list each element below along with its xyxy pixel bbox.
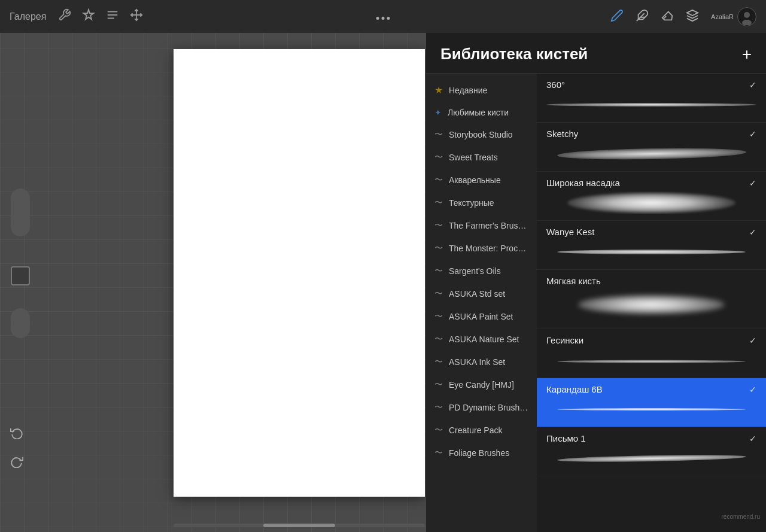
watermark: recommend.ru: [722, 513, 760, 520]
adjust-icon[interactable]: [82, 8, 95, 25]
add-brush-button[interactable]: +: [742, 46, 752, 63]
category-item-monster[interactable]: 〜 The Monster: Procre...: [426, 237, 537, 260]
brush-icon-pd: 〜: [434, 402, 443, 413]
brush-name-pismo: Письмо 1: [546, 433, 586, 443]
brush-item-karandash[interactable]: Карандаш 6В ✓: [537, 378, 766, 427]
category-label-asuka-ink: ASUKA Ink Set: [449, 357, 505, 367]
category-item-storybook[interactable]: 〜 Storybook Studio: [426, 123, 537, 146]
category-item-recent[interactable]: ★ Недавние: [426, 78, 537, 102]
brush-item-pismo[interactable]: Письмо 1 ✓: [537, 427, 766, 476]
brush-check-shirokaya: ✓: [749, 178, 756, 188]
category-item-asuka-ink[interactable]: 〜 ASUKA Ink Set: [426, 351, 537, 373]
brush-icon-eyecandy: 〜: [434, 379, 443, 390]
category-item-creature[interactable]: 〜 Creature Pack: [426, 419, 537, 442]
category-label-watercolor: Акварельные: [449, 175, 501, 185]
brush-preview-karandash: [546, 398, 756, 421]
brush-check-gesinski: ✓: [749, 336, 756, 345]
brush-name-wanye: Wanye Kest: [546, 227, 594, 237]
category-label-asuka-nature: ASUKA Nature Set: [449, 335, 519, 344]
category-label-sweet: Sweet Treats: [449, 153, 498, 162]
brush-panel-content: ★ Недавние ✦ Любимые кисти 〜 Storybook S…: [426, 74, 766, 532]
brush-preview-sketchy: [546, 142, 756, 165]
brush-preview-shirokaya: [546, 191, 756, 214]
brush-panel-header: Библиотека кистей +: [426, 33, 766, 74]
size-slider[interactable]: [11, 189, 30, 236]
pen-tool-icon[interactable]: [636, 9, 649, 25]
category-item-asuka-std[interactable]: 〜 ASUKA Std set: [426, 282, 537, 305]
three-dots-icon: [375, 11, 391, 22]
brush-item-gesinski[interactable]: Гесински ✓: [537, 329, 766, 378]
brush-name-sketchy: Sketchy: [546, 129, 578, 139]
category-item-sargent[interactable]: 〜 Sargent's Oils: [426, 260, 537, 282]
star-icon: ★: [434, 84, 443, 96]
gallery-button[interactable]: Галерея: [10, 11, 46, 22]
brush-item-360[interactable]: 360° ✓: [537, 74, 766, 123]
brush-list: 360° ✓ Sketchy ✓ Широк: [537, 74, 766, 532]
category-label-creature: Creature Pack: [449, 425, 502, 435]
more-options-button[interactable]: [375, 11, 391, 22]
category-item-eyecandy[interactable]: 〜 Eye Candy [HMJ]: [426, 373, 537, 396]
category-item-texture[interactable]: 〜 Текстурные: [426, 191, 537, 214]
brush-preview-myagkaya: [546, 290, 756, 323]
brush-name-karandash: Карандаш 6В: [546, 384, 603, 394]
category-item-asuka-paint[interactable]: 〜 ASUKA Paint Set: [426, 305, 537, 328]
brush-blue-icon: ✦: [434, 108, 442, 117]
category-label-monster: The Monster: Procre...: [449, 244, 528, 253]
category-item-asuka-nature[interactable]: 〜 ASUKA Nature Set: [426, 328, 537, 351]
brush-icon-watercolor: 〜: [434, 175, 443, 186]
category-label-eyecandy: Eye Candy [HMJ]: [449, 380, 514, 390]
brush-icon-farmers: 〜: [434, 220, 443, 231]
top-toolbar: Галерея: [0, 0, 766, 33]
username-label: AzaliaR: [711, 13, 734, 20]
toolbar-right-icons: AzaliaR: [610, 7, 756, 26]
brush-icon-asuka-nature: 〜: [434, 334, 443, 345]
brush-preview-gesinski: [546, 349, 756, 372]
layers-tool-icon[interactable]: [686, 9, 699, 25]
brush-icon-monster: 〜: [434, 243, 443, 254]
brush-icon-foliage: 〜: [434, 448, 443, 458]
category-item-pd[interactable]: 〜 PD Dynamic Brushes: [426, 396, 537, 419]
wrench-icon[interactable]: [58, 8, 71, 25]
brush-item-myagkaya[interactable]: Мягкая кисть: [537, 270, 766, 329]
brush-icon-asuka-ink: 〜: [434, 357, 443, 367]
brush-name-shirokaya: Широкая насадка: [546, 178, 620, 188]
brush-icon-asuka-std: 〜: [434, 288, 443, 299]
brush-check-sketchy: ✓: [749, 129, 756, 139]
brush-preview-360: [546, 93, 756, 116]
category-item-favorites[interactable]: ✦ Любимые кисти: [426, 102, 537, 123]
pencil-tool-icon[interactable]: [610, 9, 624, 25]
category-label-foliage: Foliage Brushes: [449, 448, 509, 458]
opacity-slider[interactable]: [11, 308, 30, 338]
brush-name-360: 360°: [546, 80, 565, 90]
canvas-scrollbar[interactable]: [174, 524, 425, 527]
eraser-tool-icon[interactable]: [661, 9, 674, 25]
brush-check-wanye: ✓: [749, 227, 756, 237]
brush-preview-pismo: [546, 447, 756, 470]
brush-check-360: ✓: [749, 80, 756, 90]
category-item-sweet[interactable]: 〜 Sweet Treats: [426, 146, 537, 169]
brush-icon-storybook: 〜: [434, 129, 443, 140]
canvas-scrollbar-thumb: [263, 524, 335, 527]
brush-icon-sweet: 〜: [434, 152, 443, 163]
category-label-storybook: Storybook Studio: [449, 130, 513, 139]
brush-item-wanye[interactable]: Wanye Kest ✓: [537, 221, 766, 270]
tool-square[interactable]: [11, 266, 30, 285]
svg-marker-0: [687, 10, 698, 15]
category-label-pd: PD Dynamic Brushes: [449, 403, 528, 412]
brush-name-gesinski: Гесински: [546, 335, 583, 345]
avatar[interactable]: [737, 7, 756, 26]
category-label-sargent: Sargent's Oils: [449, 266, 501, 276]
category-label-asuka-std: ASUKA Std set: [449, 289, 505, 299]
category-label-asuka-paint: ASUKA Paint Set: [449, 312, 513, 321]
move-icon[interactable]: [130, 8, 143, 25]
category-item-foliage[interactable]: 〜 Foliage Brushes: [426, 442, 537, 464]
category-item-watercolor[interactable]: 〜 Акварельные: [426, 169, 537, 191]
smudge-icon[interactable]: [106, 8, 119, 25]
category-item-farmers[interactable]: 〜 The Farmer's Brushes: [426, 214, 537, 237]
category-list: ★ Недавние ✦ Любимые кисти 〜 Storybook S…: [426, 74, 537, 532]
brush-preview-wanye: [546, 241, 756, 263]
toolbar-left-icons: [58, 8, 143, 25]
brush-item-sketchy[interactable]: Sketchy ✓: [537, 123, 766, 172]
brush-item-shirokaya[interactable]: Широкая насадка ✓: [537, 172, 766, 221]
brush-check-pismo: ✓: [749, 434, 756, 443]
